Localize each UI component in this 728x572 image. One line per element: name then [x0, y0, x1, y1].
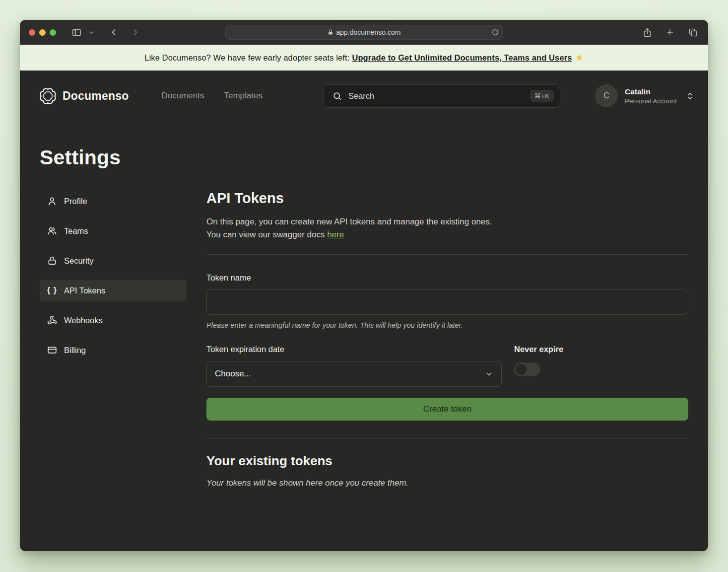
- brand-name: Documenso: [63, 89, 129, 103]
- expiry-selected-value: Choose...: [215, 369, 485, 379]
- credit-card-icon: [47, 345, 58, 355]
- avatar: C: [595, 84, 618, 107]
- lock-icon: [328, 29, 333, 35]
- lock-icon: [47, 256, 58, 266]
- user-icon: [47, 196, 58, 206]
- share-button[interactable]: [640, 25, 655, 40]
- toolbar-separator: [86, 28, 86, 37]
- tab-group-chevron-button[interactable]: [88, 29, 98, 36]
- settings-page: Settings Profile Teams: [20, 121, 708, 488]
- never-expire-field: Never expire: [514, 345, 563, 387]
- section-description: On this page, you can create new API tok…: [206, 215, 688, 241]
- create-token-button[interactable]: Create token: [206, 398, 688, 421]
- expiry-label: Token expiration date: [206, 345, 284, 354]
- never-expire-toggle[interactable]: [514, 362, 540, 376]
- expiry-row: Token expiration date Choose... Never ex…: [206, 345, 688, 387]
- upgrade-link[interactable]: Upgrade to Get Unlimited Documents, Team…: [352, 53, 572, 63]
- avatar-initial: C: [603, 91, 609, 100]
- sidebar-item-label: Security: [64, 256, 94, 266]
- chevron-down-icon: [485, 370, 493, 378]
- search-placeholder: Search: [348, 91, 524, 101]
- tab-overview-button[interactable]: [685, 25, 700, 40]
- reload-icon: [492, 29, 499, 36]
- account-text: Catalin Personal Account: [625, 87, 677, 105]
- forward-button[interactable]: [128, 25, 143, 40]
- sidebar-item-billing[interactable]: Billing: [40, 339, 187, 361]
- search-input[interactable]: Search ⌘+K: [323, 84, 560, 108]
- description-line1: On this page, you can create new API tok…: [206, 217, 492, 226]
- sidebar-item-label: Billing: [64, 346, 86, 355]
- swagger-docs-link[interactable]: here: [327, 230, 344, 239]
- search-icon: [332, 91, 342, 101]
- star-icon: ★: [575, 52, 583, 63]
- sidebar-item-api-tokens[interactable]: { } API Tokens: [40, 280, 187, 301]
- webhook-icon: [47, 315, 58, 325]
- never-expire-label: Never expire: [514, 345, 563, 354]
- expiry-select[interactable]: Choose...: [206, 361, 502, 387]
- sidebar-icon: [71, 27, 82, 38]
- users-icon: [47, 226, 58, 236]
- address-bar[interactable]: app.documenso.com: [225, 25, 503, 40]
- banner-text: Like Documenso? We have few early adopte…: [144, 53, 349, 63]
- minimize-window-button[interactable]: [39, 29, 46, 36]
- close-window-button[interactable]: [29, 29, 35, 36]
- zoom-window-button[interactable]: [50, 29, 56, 36]
- divider: [206, 438, 688, 439]
- chevron-down-icon: [88, 29, 95, 36]
- page-title: Settings: [40, 146, 688, 169]
- traffic-lights: [29, 29, 56, 36]
- sidebar-item-label: Webhooks: [64, 316, 103, 325]
- documenso-logo-icon: [40, 88, 56, 104]
- plus-icon: [665, 28, 674, 37]
- settings-sidebar: Profile Teams Security: [40, 190, 187, 488]
- existing-tokens-heading: Your existing tokens: [206, 453, 688, 469]
- toggle-knob: [516, 364, 527, 375]
- back-button[interactable]: [106, 25, 121, 40]
- sidebar-item-label: API Tokens: [64, 286, 105, 295]
- token-name-hint: Please enter a meaningful name for your …: [206, 321, 688, 329]
- app-content: Documenso Documents Templates Search ⌘+K…: [20, 71, 708, 551]
- sidebar-item-profile[interactable]: Profile: [40, 190, 187, 212]
- sidebar-toggle-button[interactable]: [69, 25, 84, 40]
- nav-templates[interactable]: Templates: [224, 91, 262, 101]
- expiry-field: Token expiration date Choose...: [206, 345, 502, 387]
- account-name: Catalin: [625, 87, 677, 96]
- brand[interactable]: Documenso: [40, 88, 129, 104]
- lock-glyph: [328, 29, 333, 35]
- sidebar-item-security[interactable]: Security: [40, 250, 187, 272]
- reload-button[interactable]: [492, 29, 499, 36]
- chevron-right-icon: [131, 27, 140, 37]
- sidebar-item-webhooks[interactable]: Webhooks: [40, 309, 187, 331]
- section-heading: API Tokens: [206, 190, 688, 207]
- browser-toolbar: app.documenso.com: [20, 20, 708, 45]
- share-icon: [643, 28, 652, 37]
- description-line2: You can view our swagger docs: [206, 230, 325, 239]
- app-header: Documenso Documents Templates Search ⌘+K…: [20, 71, 708, 121]
- sidebar-item-label: Profile: [64, 197, 87, 206]
- search-shortcut: ⌘+K: [530, 90, 554, 102]
- main-nav: Documents Templates: [161, 91, 262, 101]
- chevron-left-icon: [109, 27, 119, 37]
- new-tab-button[interactable]: [662, 25, 677, 40]
- account-type: Personal Account: [625, 97, 677, 105]
- sidebar-item-label: Teams: [64, 226, 88, 236]
- api-tokens-panel: API Tokens On this page, you can create …: [206, 190, 688, 488]
- url-text: app.documenso.com: [336, 28, 401, 36]
- divider: [206, 254, 688, 255]
- token-name-input[interactable]: [206, 289, 688, 315]
- sidebar-item-teams[interactable]: Teams: [40, 220, 187, 242]
- browser-window: app.documenso.com: [20, 20, 708, 551]
- token-name-label: Token name: [206, 273, 688, 283]
- braces-icon: { }: [47, 286, 58, 295]
- existing-tokens-empty-text: Your tokens will be shown here once you …: [206, 478, 688, 488]
- promo-banner: Like Documenso? We have few early adopte…: [20, 45, 708, 71]
- account-menu[interactable]: C Catalin Personal Account: [595, 84, 694, 107]
- chevrons-up-down-icon: [686, 92, 694, 100]
- tabs-icon: [688, 28, 698, 37]
- nav-documents[interactable]: Documents: [161, 91, 204, 101]
